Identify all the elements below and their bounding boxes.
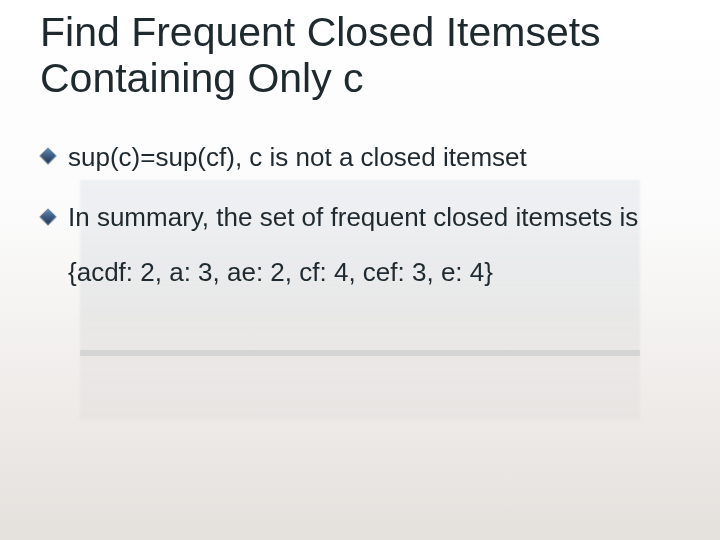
- bullet-list: sup(c)=sup(cf), c is not a closed itemse…: [40, 130, 690, 300]
- bullet-item: sup(c)=sup(cf), c is not a closed itemse…: [68, 130, 690, 185]
- slide-title: Find Frequent Closed Itemsets Containing…: [40, 10, 690, 102]
- slide: Find Frequent Closed Itemsets Containing…: [0, 0, 720, 540]
- bullet-text: sup(c)=sup(cf), c is not a closed itemse…: [68, 142, 527, 172]
- bullet-item: In summary, the set of frequent closed i…: [68, 190, 690, 299]
- bullet-text: In summary, the set of frequent closed i…: [68, 202, 638, 287]
